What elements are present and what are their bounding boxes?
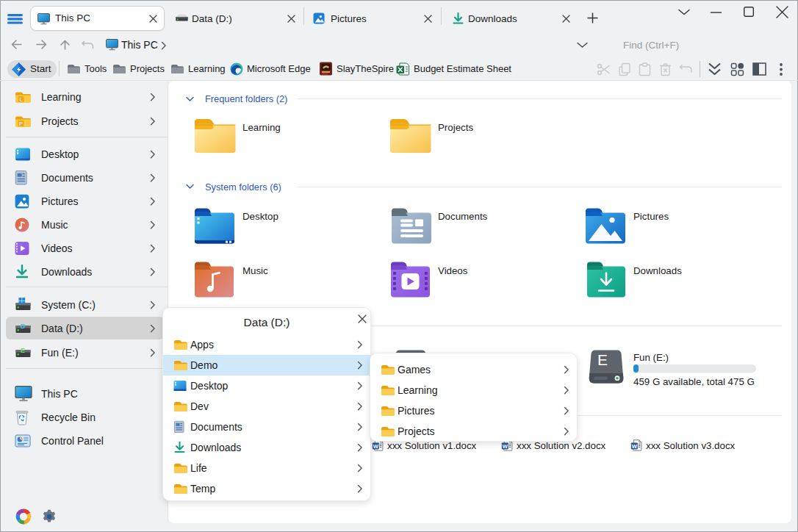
svg-text:P: P <box>19 121 23 127</box>
svg-text:L: L <box>20 96 23 103</box>
svg-text:E: E <box>597 351 608 368</box>
svg-text:E: E <box>21 347 25 354</box>
svg-text:D: D <box>21 323 26 330</box>
